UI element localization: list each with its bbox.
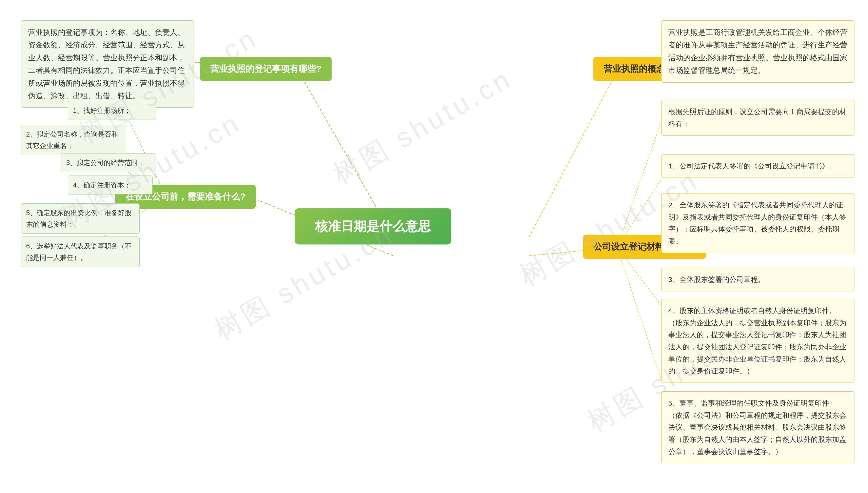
watermark-4: 树图 shutu.cn (327, 61, 519, 193)
right-content-item-3: 3、全体股东签署的公司章程。 (661, 268, 854, 291)
sub-item-4-text: 4、确定注册资本； (73, 181, 131, 189)
svg-line-2 (529, 71, 617, 237)
right-branch-1-label: 营业执照的概念 (604, 64, 665, 74)
sub-item-5-text: 5、确定股东的出资比例，准备好股东的信息资料； (26, 209, 132, 228)
center-label: 核准日期是什么意思 (315, 219, 431, 233)
center-node: 核准日期是什么意思 (295, 208, 451, 245)
left-branch-1-label: 营业执照的登记事项有哪些? (210, 64, 321, 74)
sub-item-6: 6、选举好法人代表及监事职务（不能是同一人兼任）。 (21, 237, 140, 267)
right-content-item-2-text: 2、全体股东签署的《指定代表或者共同委托代理人的证明》及指表或者共同委托代理人的… (668, 201, 846, 245)
svg-line-16 (617, 247, 661, 379)
left-branch-1: 营业执照的登记事项有哪些? (200, 57, 332, 81)
sub-item-4: 4、确定注册资本； (68, 176, 153, 194)
right-content-item-5: 5、董事、监事和经理的任职文件及身份证明复印件。（依据《公司法》和公司章程的规定… (661, 391, 854, 463)
right-content-item-1: 1、公司法定代表人签署的《公司设立登记申请书》。 (661, 154, 854, 178)
right-content-intro: 根据先照后证的原则，设立公司需要向工商局要提交的材料有： (661, 100, 854, 136)
sub-item-2-text: 2、拟定公司名称，查询是否和其它企业重名； (26, 130, 118, 149)
sub-item-6-text: 6、选举好法人代表及监事职务（不能是同一人兼任）。 (26, 242, 132, 261)
right-content-item-4-text: 4、股东的主体资格证明或者自然人身份证明复印件。（股东为企业法人的，提交营业执照… (668, 307, 846, 375)
sub-item-5: 5、确定股东的出资比例，准备好股东的信息资料； (21, 203, 140, 234)
right-content-intro-text: 根据先照后证的原则，设立公司需要向工商局要提交的材料有： (668, 108, 846, 128)
sub-item-3: 3、拟定公司的经营范围； (61, 153, 156, 172)
left-branch-1-content: 营业执照的登记事项为：名称、地址、负责人、资金数额、经济成分、经营范围、经营方式… (21, 20, 194, 108)
right-content-item-1-text: 1、公司法定代表人签署的《公司设立登记申请书》。 (668, 162, 836, 170)
right-content-item-5-text: 5、董事、监事和经理的任职文件及身份证明复印件。（依据《公司法》和公司章程的规定… (668, 399, 846, 455)
sub-item-2: 2、拟定公司名称，查询是否和其它企业重名； (21, 125, 126, 155)
right-content-item-3-text: 3、全体股东签署的公司章程。 (668, 275, 765, 283)
sub-item-1: 1、找好注册场所； (68, 101, 156, 120)
left-branch-1-content-text: 营业执照的登记事项为：名称、地址、负责人、资金数额、经济成分、经营范围、经营方式… (28, 28, 185, 100)
sub-item-1-text: 1、找好注册场所； (73, 107, 131, 114)
right-branch-1-content: 营业执照是工商行政管理机关发给工商企业、个体经营者的准许从事某项生产经营活动的凭… (661, 20, 854, 83)
right-branch-1-content-text: 营业执照是工商行政管理机关发给工商企业、个体经营者的准许从事某项生产经营活动的凭… (668, 28, 847, 75)
sub-item-3-text: 3、拟定公司的经营范围； (66, 159, 144, 166)
right-content-item-4: 4、股东的主体资格证明或者自然人身份证明复印件。（股东为企业法人的，提交营业执照… (661, 299, 854, 383)
svg-line-12 (617, 122, 661, 247)
right-content-item-2: 2、全体股东签署的《指定代表或者共同委托代理人的证明》及指表或者共同委托代理人的… (661, 193, 854, 253)
